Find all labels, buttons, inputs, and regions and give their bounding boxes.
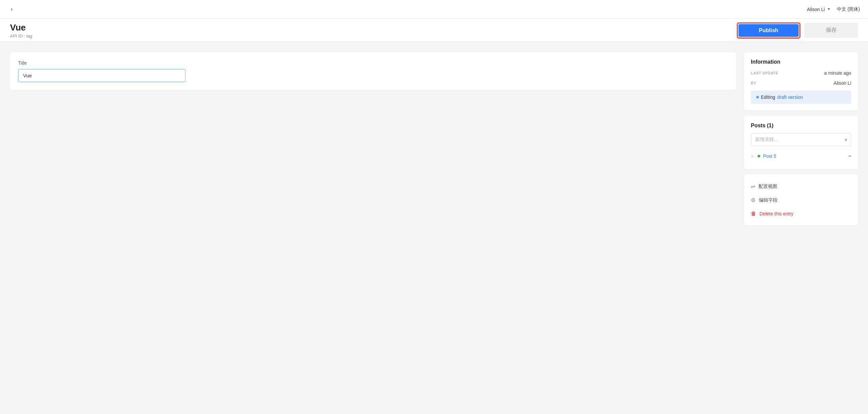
posts-select-placeholder: 新增关联... (755, 137, 778, 143)
information-card: Information LAST UPDATE a minute ago BY … (744, 52, 858, 111)
edit-fields-action[interactable]: ⚙ 编辑字段 (751, 195, 851, 205)
by-value: Alison Li (834, 80, 851, 86)
draft-version-link[interactable]: draft version (777, 94, 803, 100)
delete-icon: 🗑 (751, 211, 756, 217)
list-item: ≡ Post 5 − (751, 149, 851, 162)
header-left: ‹ (8, 4, 16, 14)
bottom-actions-card: ⇌ 配置视图 ⚙ 编辑字段 🗑 Delete this entry (744, 175, 858, 226)
title-field-label: Title (18, 60, 728, 66)
posts-add-select[interactable]: 新增关联... (751, 133, 851, 146)
delete-entry-action[interactable]: 🗑 Delete this entry (751, 209, 851, 219)
delete-entry-label: Delete this entry (760, 211, 793, 216)
by-row: BY Alison Li (751, 80, 851, 86)
last-update-row: LAST UPDATE a minute ago (751, 70, 851, 76)
drag-handle-icon: ≡ (751, 153, 753, 159)
post-status-dot-icon (757, 155, 760, 157)
edit-fields-icon: ⚙ (751, 197, 755, 203)
configure-view-icon: ⇌ (751, 183, 755, 189)
language-selector[interactable]: 中文 (简体) (837, 6, 860, 12)
draft-banner: Editing draft version (751, 90, 851, 104)
user-menu-chevron-icon (828, 8, 830, 10)
configure-view-action[interactable]: ⇌ 配置视图 (751, 181, 851, 191)
post-name[interactable]: Post 5 (763, 153, 845, 159)
entry-info: Vue API ID : tag (10, 23, 32, 38)
user-name-label: Alison Li (807, 7, 825, 12)
content-area: Title (10, 52, 736, 404)
subheader: Vue API ID : tag Publish 保存 (0, 19, 868, 42)
save-button[interactable]: 保存 (804, 23, 858, 38)
publish-button[interactable]: Publish (739, 24, 799, 37)
last-update-value: a minute ago (824, 70, 851, 76)
header: ‹ Alison Li 中文 (简体) (0, 0, 868, 19)
by-key: BY (751, 81, 756, 85)
posts-select-wrapper: 新增关联... (751, 133, 851, 146)
information-title: Information (751, 59, 851, 65)
title-input[interactable] (18, 69, 185, 82)
draft-prefix: Editing (761, 94, 775, 100)
configure-view-label: 配置视图 (758, 183, 777, 189)
publish-button-highlight: Publish (737, 23, 800, 38)
posts-title: Posts (1) (751, 123, 851, 129)
back-button[interactable]: ‹ (8, 4, 16, 14)
api-id: API ID : tag (10, 33, 32, 38)
user-menu[interactable]: Alison Li (807, 7, 830, 12)
sidebar: Information LAST UPDATE a minute ago BY … (744, 52, 858, 404)
edit-fields-label: 编辑字段 (759, 197, 778, 203)
draft-dot-icon (756, 96, 759, 98)
main-layout: Title Information LAST UPDATE a minute a… (0, 42, 868, 414)
post-remove-button[interactable]: − (848, 153, 851, 159)
subheader-actions: Publish 保存 (737, 23, 858, 38)
entry-title: Vue (10, 23, 32, 33)
last-update-key: LAST UPDATE (751, 71, 778, 75)
content-card: Title (10, 52, 736, 90)
header-right: Alison Li 中文 (简体) (807, 6, 860, 12)
bottom-actions: ⇌ 配置视图 ⚙ 编辑字段 🗑 Delete this entry (751, 181, 851, 219)
posts-card: Posts (1) 新增关联... ≡ Post 5 − (744, 116, 858, 169)
